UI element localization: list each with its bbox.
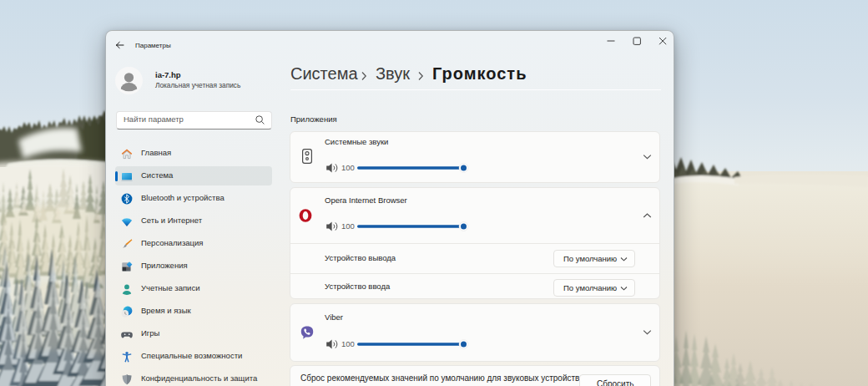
svg-text:100: 100 <box>341 339 355 348</box>
svg-text:100: 100 <box>341 163 355 172</box>
svg-text:100: 100 <box>341 221 355 231</box>
